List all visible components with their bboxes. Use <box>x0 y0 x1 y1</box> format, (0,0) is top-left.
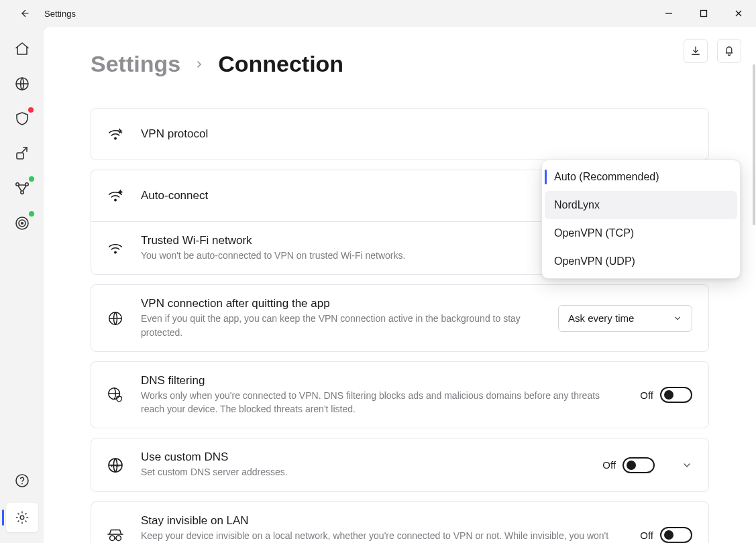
svg-point-20 <box>116 536 121 540</box>
dropdown-option-openvpn-tcp[interactable]: OpenVPN (TCP) <box>545 219 737 247</box>
nav-radar-icon[interactable] <box>13 215 31 232</box>
row-title: Stay invisible on LAN <box>141 514 625 528</box>
svg-point-8 <box>21 223 23 225</box>
row-desc: You won't be auto-connected to VPN on tr… <box>141 249 610 262</box>
title-bar: Settings <box>0 0 756 27</box>
nav-sidebar <box>0 27 44 543</box>
content-area: Settings Connection VPN protocol Auto (R… <box>44 27 756 543</box>
lan-toggle[interactable] <box>660 527 692 543</box>
nav-settings-active[interactable] <box>6 503 38 532</box>
breadcrumb-current: Connection <box>218 51 343 77</box>
close-button[interactable] <box>721 0 756 27</box>
quit-behavior-select[interactable]: Ask every time <box>558 305 692 332</box>
svg-point-14 <box>115 251 116 253</box>
protocol-dropdown: Auto (Recommended) NordLynx OpenVPN (TCP… <box>541 160 741 279</box>
row-desc: Even if you quit the app, you can keep t… <box>141 312 543 339</box>
svg-point-13 <box>115 199 116 200</box>
row-dns-filtering: DNS filtering Works only when you're con… <box>91 361 709 429</box>
window-controls <box>651 0 756 27</box>
svg-rect-2 <box>17 153 23 159</box>
custom-dns-toggle[interactable] <box>623 457 655 473</box>
download-button[interactable] <box>684 39 708 63</box>
row-invisible-lan: Stay invisible on LAN Keep your device i… <box>91 501 709 543</box>
svg-text:DNS: DNS <box>111 463 119 468</box>
svg-point-10 <box>21 483 23 485</box>
svg-point-11 <box>20 516 24 520</box>
row-title: VPN protocol <box>141 127 543 141</box>
row-custom-dns: DNS Use custom DNS Set custom DNS server… <box>91 438 709 491</box>
nav-shield-icon[interactable] <box>13 110 31 127</box>
sparkle-wifi-icon <box>105 125 126 143</box>
expand-button[interactable] <box>682 460 692 471</box>
row-desc: Set custom DNS server addresses. <box>141 465 588 479</box>
chevron-down-icon <box>682 460 692 471</box>
nav-devices-icon[interactable] <box>13 145 31 162</box>
dns-icon: DNS <box>105 456 126 475</box>
svg-point-5 <box>20 191 23 194</box>
breadcrumb: Settings Connection <box>91 51 709 77</box>
row-vpn-protocol: VPN protocol Auto (Recommended) <box>91 108 709 160</box>
chevron-right-icon <box>194 59 205 70</box>
status-badge <box>29 176 34 182</box>
nav-help-icon[interactable] <box>13 472 31 489</box>
dns-filter-toggle[interactable] <box>660 387 692 403</box>
row-title: DNS filtering <box>141 374 625 387</box>
row-title: VPN connection after quitting the app <box>141 297 543 310</box>
globe-shield-icon <box>105 386 126 404</box>
minimize-button[interactable] <box>651 0 686 27</box>
dropdown-option-nordlynx[interactable]: NordLynx <box>545 191 737 219</box>
globe-icon <box>105 310 126 327</box>
svg-point-19 <box>110 536 115 540</box>
svg-point-3 <box>15 183 18 186</box>
wifi-icon <box>105 239 126 257</box>
svg-point-12 <box>115 137 116 139</box>
toggle-state: Off <box>640 389 653 401</box>
maximize-button[interactable] <box>686 0 721 27</box>
window-title: Settings <box>44 9 76 19</box>
wifi-auto-icon <box>105 187 126 204</box>
dropdown-option-auto[interactable]: Auto (Recommended) <box>545 163 737 191</box>
row-title: Use custom DNS <box>141 450 588 464</box>
svg-rect-0 <box>701 11 707 17</box>
incognito-icon <box>105 526 126 543</box>
nav-meshnet-icon[interactable] <box>13 180 31 197</box>
toggle-state: Off <box>602 459 616 471</box>
select-value: Ask every time <box>568 312 634 324</box>
alert-badge <box>28 107 34 113</box>
nav-globe-icon[interactable] <box>13 75 31 93</box>
dropdown-option-openvpn-udp[interactable]: OpenVPN (UDP) <box>545 247 737 276</box>
scrollbar[interactable] <box>753 64 755 225</box>
breadcrumb-parent[interactable]: Settings <box>91 51 180 77</box>
chevron-down-icon <box>673 314 682 323</box>
header-actions <box>684 39 741 63</box>
notifications-button[interactable] <box>717 39 741 63</box>
row-desc: Works only when you're connected to VPN.… <box>141 389 610 416</box>
status-badge <box>29 211 34 217</box>
svg-point-4 <box>25 183 28 186</box>
settings-page: Settings Connection VPN protocol Auto (R… <box>44 27 756 543</box>
row-desc: Keep your device invisible on a local ne… <box>141 529 610 543</box>
nav-home-icon[interactable] <box>13 40 31 58</box>
row-connection-after-quit: VPN connection after quitting the app Ev… <box>91 284 709 352</box>
toggle-state: Off <box>640 530 653 541</box>
back-button[interactable] <box>13 3 35 24</box>
